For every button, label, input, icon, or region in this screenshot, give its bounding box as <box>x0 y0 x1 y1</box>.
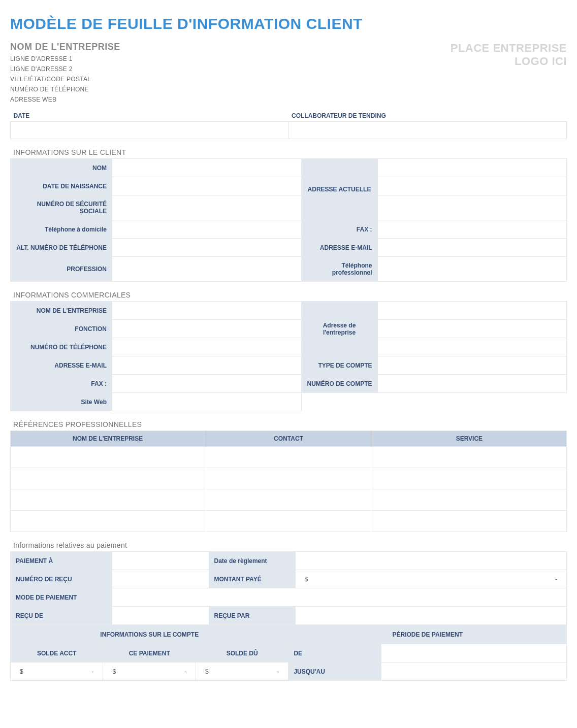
logo-line1: PLACE ENTREPRISE <box>451 42 567 55</box>
account-info-header: INFORMATIONS SUR LE COMPTE <box>11 625 289 644</box>
this-payment-input[interactable]: $- <box>103 663 196 681</box>
biz-website-label: Site Web <box>11 393 112 411</box>
biz-accttype-label: TYPE DE COMPTE <box>301 356 377 375</box>
references-table: NOM DE L'ENTREPRISE CONTACT SERVICE <box>10 431 567 532</box>
acct-balance-label: SOLDE ACCT <box>11 644 103 663</box>
ref-row-2-company[interactable] <box>11 468 205 489</box>
client-address-input-2[interactable] <box>377 177 567 195</box>
pay-period-header: PÉRIODE DE PAIEMENT <box>288 625 567 644</box>
biz-company-input[interactable] <box>112 302 302 320</box>
pay-to-label: PAIEMENT À <box>11 552 112 570</box>
client-address-input-3[interactable] <box>377 195 567 220</box>
date-collab-table: DATE COLLABORATEUR DE TENDING <box>10 110 567 139</box>
client-name-label: NOM <box>11 159 112 177</box>
client-fax-label: FAX : <box>301 220 377 239</box>
client-heading: INFORMATIONS SUR LE CLIENT <box>13 148 567 156</box>
client-altphone-input[interactable] <box>112 239 302 257</box>
client-address-input-1[interactable] <box>377 159 567 177</box>
period-until-input[interactable] <box>381 663 566 681</box>
client-ssn-label: NUMÉRO DE SÉCURITÉ SOCIALE <box>11 195 112 220</box>
client-fax-input[interactable] <box>377 220 567 239</box>
client-workphone-input[interactable] <box>377 257 567 282</box>
pay-mode-input[interactable] <box>112 588 567 607</box>
cd2: - <box>184 668 186 675</box>
page-title: MODÈLE DE FEUILLE D'INFORMATION CLIENT <box>10 15 567 32</box>
period-from-label: DE <box>288 644 381 663</box>
client-ssn-input[interactable] <box>112 195 302 220</box>
receipt-no-input[interactable] <box>112 570 209 588</box>
amount-paid-input[interactable]: $- <box>295 570 566 588</box>
business-table: NOM DE L'ENTREPRISE Adresse de l'entrepr… <box>10 301 567 411</box>
ref-row-2-service[interactable] <box>372 468 566 489</box>
ref-row-4-company[interactable] <box>11 511 205 532</box>
payment-heading: Informations relatives au paiement <box>13 541 567 549</box>
client-dob-input[interactable] <box>112 177 302 195</box>
cd3: - <box>277 668 279 675</box>
biz-address-input-3[interactable] <box>377 338 567 356</box>
ref-row-4-service[interactable] <box>372 511 566 532</box>
biz-company-label: NOM DE L'ENTREPRISE <box>11 302 112 320</box>
period-from-input[interactable] <box>381 644 566 663</box>
biz-website-input[interactable] <box>112 393 302 411</box>
ref-row-3-service[interactable] <box>372 489 566 511</box>
ref-row-1-company[interactable] <box>11 447 205 468</box>
biz-address-input-1[interactable] <box>377 302 567 320</box>
biz-phone-label: NUMÉRO DE TÉLÉPHONE <box>11 338 112 356</box>
client-name-input[interactable] <box>112 159 302 177</box>
company-addr2: LIGNE D'ADRESSE 2 <box>10 65 120 73</box>
company-web: ADRESSE WEB <box>10 96 120 103</box>
ref-row-3-company[interactable] <box>11 489 205 511</box>
ref-row-1-service[interactable] <box>372 447 566 468</box>
company-addr1: LIGNE D'ADRESSE 1 <box>10 55 120 62</box>
biz-function-label: FONCTION <box>11 320 112 338</box>
cd1: - <box>91 668 93 675</box>
client-profession-input[interactable] <box>112 257 302 282</box>
acct-balance-input[interactable]: $- <box>11 663 103 681</box>
client-homephone-input[interactable] <box>112 220 302 239</box>
biz-email-input[interactable] <box>112 356 302 375</box>
account-detail-table: SOLDE ACCT CE PAIEMENT SOLDE DÛ DE $- $-… <box>10 644 567 681</box>
client-dob-label: DATE DE NAISSANCE <box>11 177 112 195</box>
pay-to-input[interactable] <box>112 552 209 570</box>
received-from-input[interactable] <box>112 607 209 625</box>
payment-table: PAIEMENT À Date de règlement NUMÉRO DE R… <box>10 551 567 625</box>
received-by-input[interactable] <box>295 607 566 625</box>
ref-row-1-contact[interactable] <box>205 447 372 468</box>
header-row: NOM DE L'ENTREPRISE LIGNE D'ADRESSE 1 LI… <box>10 42 567 106</box>
pay-mode-label: MODE DE PAIEMENT <box>11 588 112 607</box>
collab-input[interactable] <box>288 122 567 139</box>
cs3: $ <box>205 668 209 675</box>
ref-col-contact: CONTACT <box>205 431 372 447</box>
ref-row-4-contact[interactable] <box>205 511 372 532</box>
receipt-no-label: NUMÉRO DE REÇU <box>11 570 112 588</box>
cs2: $ <box>112 668 116 675</box>
biz-function-input[interactable] <box>112 320 302 338</box>
ref-col-service: SERVICE <box>372 431 566 447</box>
logo-placeholder: PLACE ENTREPRISE LOGO ICI <box>451 42 567 69</box>
date-input[interactable] <box>11 122 289 139</box>
client-profession-label: PROFESSION <box>11 257 112 282</box>
client-email-input[interactable] <box>377 239 567 257</box>
received-by-label: REÇUE PAR <box>209 607 295 625</box>
currency-symbol: $ <box>305 576 308 583</box>
collab-label: COLLABORATEUR DE TENDING <box>288 110 567 122</box>
logo-line2: LOGO ICI <box>451 55 567 68</box>
biz-email-label: ADRESSE E-MAIL <box>11 356 112 375</box>
biz-address-input-2[interactable] <box>377 320 567 338</box>
company-phone: NUMÉRO DE TÉLÉPHONE <box>10 86 120 93</box>
biz-fax-input[interactable] <box>112 375 302 393</box>
currency-dash: - <box>555 576 557 583</box>
biz-accttype-input[interactable] <box>377 356 567 375</box>
biz-address-label: Adresse de l'entreprise <box>301 302 377 356</box>
company-name: NOM DE L'ENTREPRISE <box>10 42 120 52</box>
spacer <box>301 393 567 411</box>
ref-row-2-contact[interactable] <box>205 468 372 489</box>
settle-date-input[interactable] <box>295 552 566 570</box>
biz-phone-input[interactable] <box>112 338 302 356</box>
balance-due-input[interactable]: $- <box>196 663 288 681</box>
client-address-label: ADRESSE ACTUELLE <box>301 159 377 220</box>
ref-row-3-contact[interactable] <box>205 489 372 511</box>
period-until-label: JUSQU'AU <box>288 663 381 681</box>
biz-acctnum-input[interactable] <box>377 375 567 393</box>
client-altphone-label: ALT. NUMÉRO DE TÉLÉPHONE <box>11 239 112 257</box>
